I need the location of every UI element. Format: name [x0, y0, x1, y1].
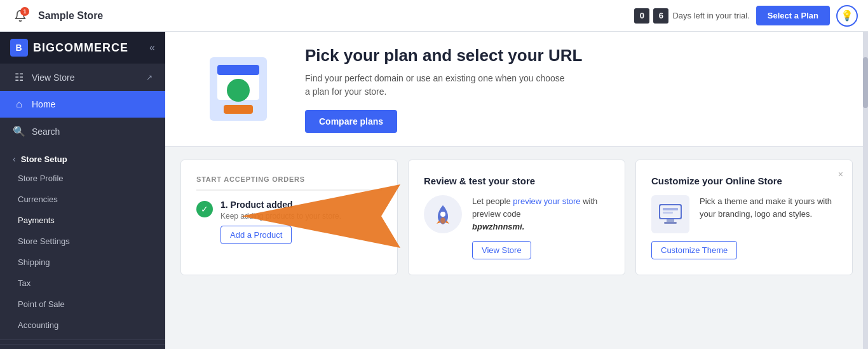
plan-text: Pick your plan and select your URL Find …: [305, 46, 843, 133]
step-1-desc: Keep adding products to your store.: [220, 212, 382, 221]
sidebar-search-label: Search: [32, 127, 153, 137]
sidebar-item-accounting[interactable]: Accounting: [0, 315, 165, 336]
back-arrow-icon[interactable]: ‹: [13, 154, 16, 164]
plan-desc: Find your perfect domain or use an exist…: [305, 72, 572, 99]
sidebar-item-home[interactable]: ⌂ Home: [0, 91, 165, 118]
svg-rect-14: [663, 212, 673, 214]
sidebar-item-tax[interactable]: Tax: [0, 273, 165, 294]
svg-rect-5: [224, 105, 253, 114]
store-name: Sample Store: [38, 10, 103, 22]
review-text: Let people preview your store with previ…: [472, 195, 609, 259]
plan-title: Pick your plan and select your URL: [305, 46, 843, 65]
store-setup-title: Store Setup: [21, 154, 67, 164]
content-area: Pick your plan and select your URL Find …: [165, 32, 868, 349]
card-customize-title: Customize your Online Store: [651, 175, 837, 186]
svg-rect-11: [667, 219, 674, 222]
monitor-icon: [651, 195, 689, 233]
preview-store-link[interactable]: preview your store: [513, 196, 580, 206]
svg-point-8: [440, 217, 445, 224]
notification-badge: 1: [20, 7, 29, 16]
sidebar-view-store-label: View Store: [32, 72, 140, 83]
main-layout: B BIGCOMMERCE « ☷ View Store ↗ ⌂ Home 🔍 …: [0, 32, 868, 349]
trial-days: 0 6 Days left in your trial.: [634, 8, 749, 24]
card-customize-body: Pick a theme and make it yours with your…: [651, 195, 837, 233]
customize-text: Pick a theme and make it yours with your…: [700, 195, 837, 221]
plan-banner: Pick your plan and select your URL Find …: [165, 32, 868, 147]
brand-icon: B: [10, 39, 28, 57]
svg-rect-12: [664, 222, 677, 224]
view-store-icon: ☷: [13, 71, 25, 83]
trial-day-6: 6: [653, 8, 668, 24]
top-bar-left: 1 Sample Store: [10, 6, 634, 26]
scrollbar-track[interactable]: [863, 32, 868, 349]
customize-theme-button[interactable]: Customize Theme: [651, 241, 737, 259]
step-check-icon: ✓: [196, 201, 213, 217]
sidebar-item-store-profile[interactable]: Store Profile: [0, 168, 165, 189]
collapse-sidebar-button[interactable]: «: [149, 42, 155, 53]
sidebar-item-search[interactable]: 🔍 Search: [0, 118, 165, 145]
brand-name: BIGCOMMERCE: [33, 41, 128, 55]
card-review-title: Review & test your store: [424, 175, 609, 186]
add-product-button[interactable]: Add a Product: [220, 226, 292, 244]
lightbulb-button[interactable]: 💡: [836, 5, 858, 27]
sidebar-help-section[interactable]: Help Support PIN: 770621 ∧: [0, 344, 165, 349]
external-link-icon: ↗: [146, 73, 153, 82]
review-prefix: Let people: [472, 196, 513, 206]
top-bar: 1 Sample Store 0 6 Days left in your tri…: [0, 0, 868, 32]
rocket-icon: [424, 195, 462, 233]
svg-rect-13: [663, 208, 678, 210]
sidebar-item-point-of-sale[interactable]: Point of Sale: [0, 294, 165, 315]
cards-area: START ACCEPTING ORDERS ✓ 1. Product adde…: [165, 147, 868, 288]
card-review-body: Let people preview your store with previ…: [424, 195, 609, 259]
step-1: ✓ 1. Product added Keep adding products …: [196, 200, 382, 244]
svg-point-7: [440, 212, 445, 217]
sidebar-item-currencies[interactable]: Currencies: [0, 189, 165, 210]
scrollbar-thumb[interactable]: [863, 57, 868, 108]
step-1-title: 1. Product added: [220, 200, 382, 210]
sidebar-item-view-store[interactable]: ☷ View Store ↗: [0, 64, 165, 91]
trial-text: Days left in your trial.: [672, 11, 749, 20]
notification-bell[interactable]: 1: [10, 6, 31, 26]
sidebar: B BIGCOMMERCE « ☷ View Store ↗ ⌂ Home 🔍 …: [0, 32, 165, 349]
sidebar-brand: B BIGCOMMERCE «: [0, 32, 165, 64]
card-orders: START ACCEPTING ORDERS ✓ 1. Product adde…: [180, 160, 398, 275]
step-1-content: 1. Product added Keep adding products to…: [220, 200, 382, 244]
search-icon: 🔍: [13, 125, 25, 137]
preview-code: bpwzhnnsmi.: [472, 222, 524, 231]
sidebar-home-label: Home: [32, 99, 153, 109]
sidebar-item-shipping[interactable]: Shipping: [0, 252, 165, 273]
select-plan-button[interactable]: Select a Plan: [756, 6, 830, 25]
plan-illustration: [191, 44, 280, 133]
brand-logo: B BIGCOMMERCE: [10, 39, 128, 57]
compare-plans-button[interactable]: Compare plans: [305, 110, 397, 133]
card-customize: × Customize your Online Store: [635, 160, 853, 275]
sidebar-item-store-settings[interactable]: Store Settings: [0, 231, 165, 252]
store-setup-section: ‹ Store Setup: [0, 145, 165, 168]
card-review: Review & test your store: [408, 160, 625, 275]
card-close-button[interactable]: ×: [838, 169, 843, 179]
home-icon: ⌂: [13, 99, 25, 110]
svg-rect-3: [217, 65, 259, 75]
sidebar-item-payments[interactable]: Payments: [0, 210, 165, 231]
card-orders-header: START ACCEPTING ORDERS: [196, 175, 382, 191]
trial-day-0: 0: [634, 8, 649, 24]
top-bar-right: 0 6 Days left in your trial. Select a Pl…: [634, 5, 858, 27]
svg-point-4: [227, 79, 250, 102]
view-store-button[interactable]: View Store: [472, 241, 531, 259]
